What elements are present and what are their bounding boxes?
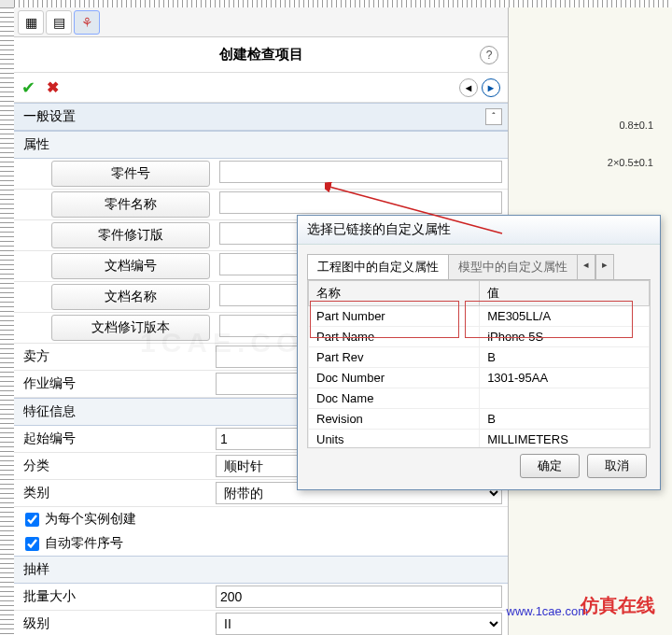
col-value: 值 <box>480 281 650 306</box>
table-row: Part NumberME305LL/A <box>309 306 650 327</box>
panel-toolbar: ▦ ▤ ⚘ <box>14 7 508 37</box>
job-no-label: 作业编号 <box>14 371 210 397</box>
inspection-tool-button[interactable]: ⚘ <box>74 10 100 35</box>
view-mode-2-button[interactable]: ▤ <box>46 10 72 35</box>
per-instance-checkbox[interactable] <box>25 513 39 527</box>
table-row: Doc Name <box>309 388 650 409</box>
section-sampling[interactable]: 抽样 <box>14 556 508 584</box>
section-label: 特征信息 <box>23 403 76 420</box>
panel-title-bar: 创建检查项目 ? <box>14 37 508 73</box>
cancel-icon[interactable]: ✖ <box>47 78 59 96</box>
action-bar: ✔ ✖ ◄ ► <box>14 73 508 103</box>
ruler-vertical <box>0 7 14 635</box>
doc-number-button[interactable]: 文档编号 <box>51 253 210 279</box>
part-number-button[interactable]: 零件号 <box>51 161 210 187</box>
help-icon[interactable]: ? <box>480 46 498 64</box>
level-label: 级别 <box>14 611 210 635</box>
section-label: 属性 <box>23 136 49 153</box>
ruler-horizontal <box>14 0 672 7</box>
auto-seq-checkbox[interactable] <box>25 537 39 551</box>
batch-size-input[interactable] <box>216 586 502 608</box>
panel-title: 创建检查项目 <box>219 46 303 64</box>
part-number-input[interactable] <box>219 161 502 183</box>
category-label: 类别 <box>14 480 210 506</box>
part-rev-button[interactable]: 零件修订版 <box>51 222 210 248</box>
view-mode-1-button[interactable]: ▦ <box>18 10 44 35</box>
classification-label: 分类 <box>14 453 210 479</box>
tab-drawing-props[interactable]: 工程图中的自定义属性 <box>307 254 449 279</box>
col-name: 名称 <box>309 281 480 306</box>
dialog-tabs: 工程图中的自定义属性 模型中的自定义属性 ◂ ▸ <box>307 254 651 280</box>
confirm-icon[interactable]: ✔ <box>21 78 35 98</box>
tab-scroll-right[interactable]: ▸ <box>595 254 614 279</box>
auto-seq-label: 自动零件序号 <box>45 535 123 552</box>
section-label: 抽样 <box>23 561 49 578</box>
section-attributes[interactable]: 属性 <box>14 131 508 159</box>
dimension-text: 2×0.5±0.1 <box>608 157 653 168</box>
doc-name-button[interactable]: 文档名称 <box>51 284 210 310</box>
table-row: Part NameiPhone 5S <box>309 327 650 347</box>
dialog-title: 选择已链接的自定义属性 <box>298 216 660 245</box>
start-no-label: 起始编号 <box>14 426 210 452</box>
table-row: RevisionB <box>309 409 650 430</box>
table-row: Doc Number1301-95AA <box>309 368 650 388</box>
per-instance-label: 为每个实例创建 <box>45 511 136 528</box>
doc-rev-button[interactable]: 文档修订版本 <box>51 315 210 341</box>
part-name-input[interactable] <box>219 191 502 214</box>
ok-button[interactable]: 确定 <box>520 454 580 478</box>
table-row: Part RevB <box>309 347 650 368</box>
prev-button[interactable]: ◄ <box>459 78 478 97</box>
level-select[interactable]: II <box>216 613 502 635</box>
table-row: UnitsMILLIMETERS <box>309 430 650 449</box>
tab-model-props[interactable]: 模型中的自定义属性 <box>448 254 578 279</box>
seller-label: 卖方 <box>14 344 210 370</box>
next-button[interactable]: ► <box>482 78 500 97</box>
part-name-button[interactable]: 零件名称 <box>51 191 210 218</box>
custom-properties-dialog: 选择已链接的自定义属性 工程图中的自定义属性 模型中的自定义属性 ◂ ▸ 名称值… <box>297 215 661 490</box>
section-label: 一般设置 <box>23 108 76 125</box>
tab-scroll-left[interactable]: ◂ <box>577 254 595 279</box>
collapse-icon[interactable]: ˆ <box>485 108 502 125</box>
dimension-text: 0.8±0.1 <box>619 120 653 131</box>
properties-table[interactable]: 名称值 Part NumberME305LL/A Part NameiPhone… <box>308 280 650 448</box>
batch-size-label: 批量大小 <box>14 584 210 610</box>
cancel-button[interactable]: 取消 <box>587 454 647 478</box>
section-general[interactable]: 一般设置 ˆ <box>14 103 508 131</box>
